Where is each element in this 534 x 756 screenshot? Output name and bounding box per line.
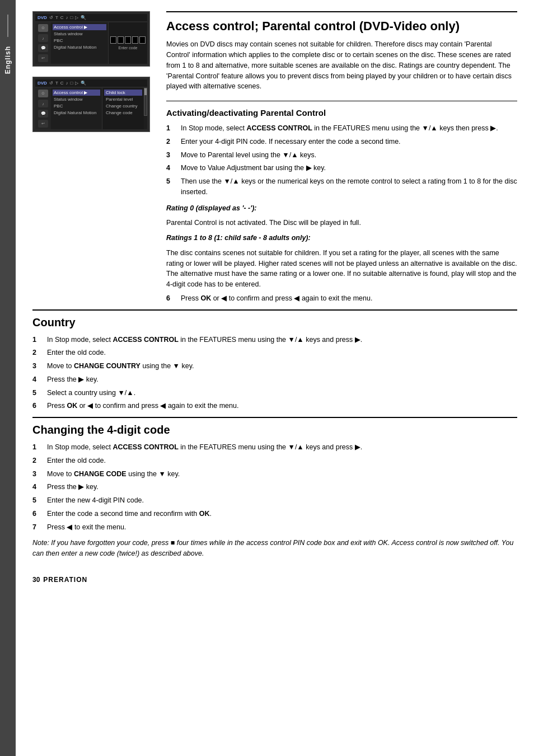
page-header: Access control; Parental control (DVD-Vi… [166,11,517,92]
dvd-topbar-1: DVD ↺ T C ♪ □ ▷ 🔍 [35,14,147,21]
dvd-t-icon: T [55,15,58,20]
step-content-6: Press OK or ◀ to confirm and press ◀ aga… [181,293,517,304]
footer-label: PRERATION [43,576,87,584]
dvd-submenu-country: Change country [104,103,142,109]
dvd-top-icons-2: DVD ↺ T C ♪ □ ▷ 🔍 [38,81,86,86]
dvd-c-icon: C [60,15,64,20]
code-step-num-7: 7 [32,522,41,533]
step-1-3: 3 Move to Parental level using the ▼/▲ k… [166,150,517,161]
code-step-1: 1 In Stop mode, select ACCESS CONTROL in… [32,442,517,453]
code-step-num-3: 3 [32,469,41,480]
dvd-item-access-2: Access control ▶ [53,90,100,96]
c-step-content-2: Enter the old code. [47,348,517,358]
dvd-zoom-icon: 🔍 [81,15,86,20]
step-content-4: Move to Value Adjustment bar using the ▶… [181,163,517,173]
code-step-num-5: 5 [32,495,41,506]
code-step-num-2: 2 [32,456,41,466]
c-step-content-5: Select a country using ▼/▲. [47,388,517,398]
code-heading: Changing the 4-digit code [32,417,517,436]
intro-paragraph: Movies on DVD discs may contain scenes n… [166,39,517,92]
side-tab-label: English [4,46,12,74]
dvd-scrollbar [144,88,147,116]
dvd-menu-body-1: ⊙ ♪ 💬 ↩ [35,22,147,64]
dvd-menu-content-2: Access control ▶ Status window PBC Digit… [51,88,102,129]
step-content-3: Move to Parental level using the ▼/▲ key… [181,150,517,161]
dvd-item-status-2: Status window [53,96,100,102]
dvd-t-icon-2: T [55,81,58,86]
dvd-menu-items-1: Access control ▶ Status window PBC Digit… [53,24,106,50]
dvd-item-status: Status window [53,31,106,37]
code-step-6: 6 Enter the code a second time and recon… [32,509,517,519]
c-step-num-5: 5 [32,388,41,398]
code-step-content-4: Press the ▶ key. [47,482,517,492]
code-step-3: 3 Move to CHANGE CODE using the ▼ key. [32,469,517,480]
step-num-5: 5 [166,176,175,198]
code-step-num-4: 4 [32,482,41,492]
dvd-top-icons-1: DVD ↺ T C ♪ □ ▷ 🔍 [38,15,86,20]
dvd-item-digital-2: Digital Natural Motion [53,110,100,116]
step-1-4: 4 Move to Value Adjustment bar using the… [166,163,517,173]
step-1-5: 5 Then use the ▼/▲ keys or the numerical… [166,176,517,198]
step-num-4: 4 [166,163,175,173]
dvd-topbar-2: DVD ↺ T C ♪ □ ▷ 🔍 [35,79,147,87]
step-num-6: 6 [166,293,175,304]
dvd-scrollbar-thumb [144,88,147,95]
code-step-content-2: Enter the old code. [47,456,517,466]
code-step-num-6: 6 [32,509,41,519]
code-step-content-1: In Stop mode, select ACCESS CONTROL in t… [47,442,517,453]
dvd-play-icon: ▷ [75,15,78,20]
dvd-code-box-4 [132,36,138,44]
dvd-submenu-parental: Parental level [104,96,142,102]
dvd-c-icon-2: C [60,81,64,86]
country-step-4: 4 Press the ▶ key. [32,374,517,385]
dvd-submenu-code: Change code [104,110,142,116]
dvd-item-pbc-2: PBC [53,103,100,109]
dvd-submenu-childlock: Child lock [104,90,142,96]
c-step-num-1: 1 [32,335,41,345]
step-num-3: 3 [166,150,175,161]
dvd-menu-body-2: ⊙ ♪ 💬 ↩ [35,88,147,129]
dvd-icon-note: ♪ [38,34,48,42]
country-heading: Country [32,309,517,329]
code-step-4: 4 Press the ▶ key. [32,482,517,492]
page-number: 30 [32,576,40,584]
section1-step6: 6 Press OK or ◀ to confirm and press ◀ a… [166,293,517,304]
dvd-icon-speech-2: 💬 [38,110,48,118]
c-step-content-3: Move to CHANGE COUNTRY using the ▼ key. [47,361,517,372]
step-content-2: Enter your 4-digit PIN code. If necessar… [181,137,517,147]
dvd-icon-note-2: ♪ [38,100,48,107]
side-tab-line [7,15,8,37]
top-section: DVD ↺ T C ♪ □ ▷ 🔍 ⊙ [32,11,517,309]
dvd-sidebar-2: ⊙ ♪ 💬 ↩ [35,88,51,129]
code-step-7: 7 Press ◀ to exit the menu. [32,522,517,533]
code-steps: 1 In Stop mode, select ACCESS CONTROL in… [32,442,517,532]
dvd-submenu: Child lock Parental level Change country… [102,88,144,129]
dvd-enter-code-label: Enter code [119,46,138,50]
dvd-icon-disc: ⊙ [38,24,48,32]
dvd-code-box-3 [125,36,131,44]
dvd-sound-icon-2: ♪ [66,81,68,86]
ratings18-bold: Ratings 1 to 8 (1: child safe - 8 adults… [166,234,311,242]
section1-steps: 1 In Stop mode, select ACCESS CONTROL in… [166,123,517,198]
code-step-num-1: 1 [32,442,41,453]
c-step-num-4: 4 [32,374,41,385]
section-heading-1: Activating/deactivating Parental Control [166,108,517,118]
dvd-zoom-icon-2: 🔍 [81,81,86,86]
dvd-menu-image-1: DVD ↺ T C ♪ □ ▷ 🔍 ⊙ [32,11,150,67]
page-footer: 30 PRERATION [32,576,517,584]
dvd-rect-icon-2: □ [71,81,73,86]
country-step-6: 6 Press OK or ◀ to confirm and press ◀ a… [32,401,517,411]
dvd-code-box-1 [110,36,116,44]
c-step-num-6: 6 [32,401,41,411]
step-1-1: 1 In Stop mode, select ACCESS CONTROL in… [166,123,517,134]
dvd-right-panel-1: Enter code [108,22,147,64]
dvd-sidebar-1: ⊙ ♪ 💬 ↩ [35,22,51,64]
rating0-bold: Rating 0 (displayed as '- -'): [166,204,257,212]
side-tab: English [0,0,16,756]
main-content: DVD ↺ T C ♪ □ ▷ 🔍 ⊙ [16,0,534,600]
c-step-content-6: Press OK or ◀ to confirm and press ◀ aga… [47,401,517,411]
dvd-rect-icon: □ [71,15,73,20]
c-step-num-2: 2 [32,348,41,358]
step-num-2: 2 [166,137,175,147]
dvd-code-box-5 [139,36,146,44]
